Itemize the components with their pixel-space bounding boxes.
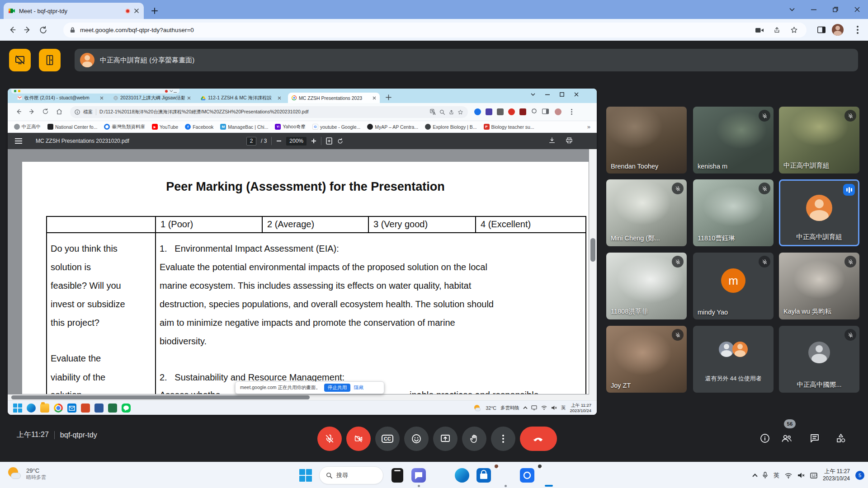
- start-button[interactable]: [299, 469, 312, 482]
- participant-tile[interactable]: 中正高中訓育組: [779, 107, 859, 174]
- wifi-icon[interactable]: [785, 473, 792, 479]
- chat-button[interactable]: [808, 432, 821, 445]
- window-restore-button[interactable]: [825, 0, 846, 19]
- taskbar-search[interactable]: 搜尋: [319, 466, 383, 484]
- bookmark-item[interactable]: Explore Biology | B...: [425, 124, 476, 130]
- inner-start-button[interactable]: [13, 404, 22, 413]
- inner-new-tab-button[interactable]: [386, 94, 392, 100]
- window-menu-chevron-icon[interactable]: [781, 0, 803, 19]
- bookmark-item[interactable]: MyAP – AP Centra...: [367, 124, 418, 130]
- inner-tab-gmail[interactable]: 收件匣 (2,014) - stuact@webm: [14, 93, 107, 103]
- inner-close-button[interactable]: [574, 92, 579, 97]
- profile-avatar[interactable]: [832, 24, 844, 36]
- tab-close-icon[interactable]: [373, 96, 376, 100]
- inner-forward-button[interactable]: [28, 108, 37, 116]
- participant-tile[interactable]: 11810曹鈺琳: [693, 179, 774, 246]
- window-minimize-button[interactable]: [803, 0, 825, 19]
- inner-browser-menu-icon[interactable]: [568, 108, 575, 115]
- share-icon[interactable]: [448, 109, 454, 115]
- inner-file-explorer-icon[interactable]: [40, 404, 49, 413]
- participant-tile[interactable]: m mindy Yao: [693, 253, 774, 319]
- window-close-button[interactable]: [846, 0, 868, 19]
- address-bar[interactable]: meet.google.com/bqf-qtpr-tdy?authuser=0: [63, 23, 807, 38]
- forward-button[interactable]: [20, 22, 35, 38]
- extension-icon[interactable]: [474, 108, 481, 115]
- taskbar-edge-icon[interactable]: [455, 468, 469, 483]
- taskbar-photos-icon[interactable]: [520, 468, 534, 483]
- inner-tab-pdf-active[interactable]: MC ZZSH Presentations 2023: [288, 93, 380, 103]
- touch-keyboard-icon[interactable]: [810, 473, 817, 479]
- inner-volume-muted-icon[interactable]: [551, 405, 557, 410]
- bookmark-item[interactable]: 臺灣魚類資料庫: [104, 124, 145, 130]
- inner-minimize-button[interactable]: [545, 94, 550, 95]
- pdf-page-input[interactable]: 2: [246, 137, 256, 145]
- bookmark-item[interactable]: MManageBac | Chi...: [220, 124, 268, 130]
- bookmark-item[interactable]: Y!Yahoo奇摩: [275, 124, 306, 130]
- more-options-button[interactable]: [491, 427, 515, 451]
- participant-tile-presenter[interactable]: 中正高中訓育組: [779, 179, 859, 246]
- scrollbar-thumb[interactable]: [590, 238, 595, 262]
- inner-line-icon[interactable]: [122, 404, 131, 413]
- reload-button[interactable]: [35, 22, 51, 38]
- notification-count-badge[interactable]: 5: [855, 471, 864, 480]
- activities-button[interactable]: [835, 432, 847, 445]
- camera-permission-icon[interactable]: [753, 24, 766, 37]
- extensions-puzzle-icon[interactable]: [531, 108, 538, 115]
- bookmark-star-icon[interactable]: [458, 109, 463, 115]
- inner-menu-chevron-icon[interactable]: [531, 93, 535, 96]
- participant-tile[interactable]: Kayla wu 吳昀耘: [779, 253, 859, 319]
- extension-icon[interactable]: [486, 108, 492, 115]
- camera-toggle-button[interactable]: [346, 427, 371, 451]
- tab-close-icon[interactable]: [134, 8, 139, 14]
- info-icon[interactable]: [75, 109, 80, 115]
- bookmark-item[interactable]: fFacebook: [185, 124, 213, 130]
- bookmark-star-icon[interactable]: [788, 24, 800, 37]
- more-participants-tile[interactable]: 還有另外 44 位使用者: [693, 326, 774, 393]
- fit-page-icon[interactable]: [326, 137, 332, 145]
- people-button[interactable]: [780, 432, 793, 445]
- stop-sharing-button[interactable]: 停止共用: [324, 384, 350, 392]
- tab-close-icon[interactable]: [100, 96, 104, 100]
- tab-close-icon[interactable]: [187, 96, 191, 100]
- tab-close-icon[interactable]: [278, 96, 281, 100]
- volume-muted-icon[interactable]: [797, 472, 805, 479]
- browser-tab-meet[interactable]: Meet - bqf-qtpr-tdy: [4, 3, 144, 19]
- inner-back-button[interactable]: [15, 108, 23, 116]
- scrollbar-thumb[interactable]: [11, 395, 310, 399]
- participant-tile[interactable]: 中正高中國際...: [779, 326, 859, 393]
- participant-tile[interactable]: Brendan Toohey: [606, 107, 687, 174]
- leave-room-button[interactable]: [39, 49, 61, 71]
- inner-wifi-icon[interactable]: [541, 405, 547, 410]
- share-icon[interactable]: [770, 24, 783, 37]
- bookmark-item[interactable]: 中正高中: [14, 124, 41, 130]
- side-panel-icon[interactable]: [814, 22, 829, 38]
- inner-mail-icon[interactable]: [67, 404, 76, 413]
- hide-notification-button[interactable]: 隱藏: [354, 385, 363, 391]
- bookmark-item[interactable]: ▶YouTube: [152, 124, 178, 130]
- inner-word-icon[interactable]: [94, 404, 104, 413]
- inner-clock[interactable]: 上午 11:272023/10/24: [570, 403, 591, 413]
- pdf-menu-icon[interactable]: [15, 138, 22, 144]
- captions-button[interactable]: CC: [375, 427, 400, 451]
- language-indicator[interactable]: 英: [774, 471, 779, 479]
- inner-excel-icon[interactable]: [108, 404, 117, 413]
- translate-icon[interactable]: [430, 109, 436, 115]
- bookmarks-overflow-chevron[interactable]: »: [587, 123, 590, 130]
- new-tab-button[interactable]: [149, 5, 160, 16]
- print-icon[interactable]: [566, 137, 573, 144]
- inner-profile-avatar[interactable]: [555, 108, 561, 115]
- inner-tab-doc[interactable]: 20231017上課大綱 Jigsaw活動: [110, 93, 194, 103]
- taskbar-phone-icon[interactable]: [392, 468, 403, 483]
- zoom-in-icon[interactable]: [311, 138, 316, 144]
- meeting-details-button[interactable]: [759, 432, 771, 445]
- back-button[interactable]: [5, 22, 20, 38]
- horizontal-scrollbar[interactable]: [8, 394, 589, 400]
- bookmark-item[interactable]: Gyoutube - Google...: [312, 124, 360, 130]
- inner-address-bar[interactable]: 檔案 D:/112-1%20118海洋%20台澳海洋課程%20經濟/MC%20Z…: [70, 106, 468, 118]
- inner-tab-drive[interactable]: 112-1 ZZSH & MC 海洋課程設: [197, 93, 285, 103]
- zoom-icon[interactable]: [439, 109, 445, 115]
- download-icon[interactable]: [548, 137, 556, 144]
- inner-side-panel-icon[interactable]: [542, 108, 549, 115]
- zoom-out-icon[interactable]: [276, 138, 282, 144]
- inner-language-indicator[interactable]: 英: [561, 405, 566, 411]
